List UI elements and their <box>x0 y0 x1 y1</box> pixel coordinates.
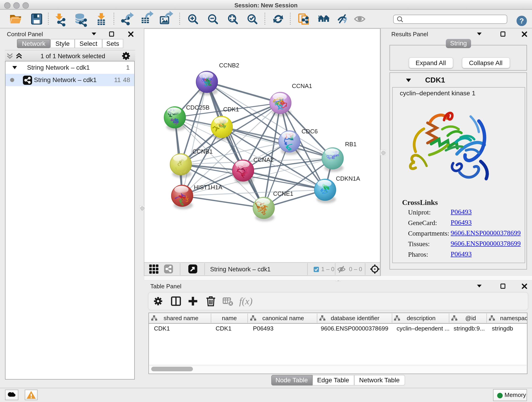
svg-text:HIST1H1A: HIST1H1A <box>194 184 222 191</box>
svg-text:name: name <box>222 314 237 321</box>
svg-text:1 of 1 Network selected: 1 of 1 Network selected <box>41 53 105 60</box>
svg-text:f(x): f(x) <box>239 296 253 307</box>
svg-text:CCNB1: CCNB1 <box>192 148 213 155</box>
svg-text:shared name: shared name <box>164 314 198 321</box>
svg-text:String Network – cdk1: String Network – cdk1 <box>210 266 271 273</box>
svg-text:CCNA1: CCNA1 <box>292 83 312 89</box>
svg-text:CCNA2: CCNA2 <box>253 156 273 163</box>
svg-text:CDC6: CDC6 <box>302 128 318 135</box>
svg-text:CDKN1A: CDKN1A <box>336 175 360 182</box>
svg-text:database identifier: database identifier <box>331 314 380 321</box>
svg-text:?: ? <box>519 17 524 25</box>
svg-text:1 – 0: 1 – 0 <box>321 266 335 273</box>
svg-text:@id: @id <box>465 314 476 321</box>
svg-text:description: description <box>407 314 436 321</box>
svg-text:0 – 0: 0 – 0 <box>349 266 362 273</box>
svg-text:CDK1: CDK1 <box>223 106 239 113</box>
svg-text:RB1: RB1 <box>345 141 357 148</box>
svg-text:CDC25B: CDC25B <box>186 104 210 111</box>
svg-text:CCNE1: CCNE1 <box>273 190 293 197</box>
svg-text:namespace: namespace <box>500 314 527 321</box>
svg-text:CCNB2: CCNB2 <box>219 62 239 69</box>
svg-text:canonical name: canonical name <box>262 314 304 321</box>
